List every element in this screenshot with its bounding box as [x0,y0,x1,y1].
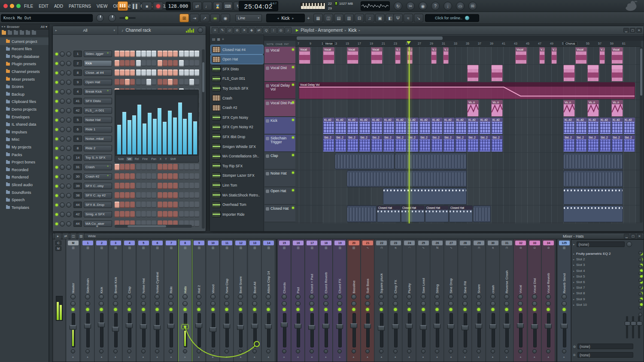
stereo-knob[interactable] [393,294,398,299]
time-display[interactable]: 25:04:02 B:8.7 [239,1,278,11]
mixer-strip-vocal-reverb[interactable]: 34⊘Vocal Reverb▴ [542,239,555,362]
stereo-knob[interactable] [196,294,201,299]
step-cell[interactable] [173,69,178,76]
channel-pan-knob[interactable] [60,118,65,123]
mixer-track-number[interactable]: 10 [208,241,219,245]
velocity-bar[interactable] [128,120,131,154]
slip-tool-icon[interactable]: ◈ [248,27,255,33]
step-cell[interactable] [168,69,173,76]
picker-mode-tab-note[interactable]: NOTE [267,43,273,45]
step-cell[interactable] [120,183,125,189]
stereo-knob[interactable] [99,294,104,299]
step-cell[interactable] [189,164,194,170]
fader-handle[interactable] [503,324,510,329]
clip-sid-2[interactable]: Sid..2 [467,135,479,152]
strip-fader[interactable] [489,313,497,347]
clip-ki-2[interactable]: Ki..#2 [431,118,443,134]
clip-sid-2[interactable]: Sid..2 [599,135,611,152]
channel-button-sfx-c-oisy[interactable]: SFX C..oisy [84,183,112,189]
strip-fader[interactable] [195,313,203,347]
clip-v-l[interactable]: V..l [599,47,605,64]
send-arrow-icon[interactable]: ▴ [198,355,200,359]
strip-fader[interactable] [377,313,385,347]
step-cell[interactable] [179,69,184,76]
chat-icon[interactable]: ✉ [468,2,477,10]
slice-tool-icon[interactable]: ⇄ [255,27,262,33]
channel-number[interactable]: 8 [73,145,82,151]
step-cell[interactable] [125,202,130,208]
channel-mute-led[interactable] [55,72,58,74]
send-arrow-icon[interactable]: ▴ [212,355,214,359]
playlist-track-kick[interactable]: Kick [264,117,295,134]
graph-tab-x[interactable]: X [158,157,163,161]
graph-tab-rel[interactable]: Rel [134,157,140,161]
clip-v-l[interactable]: V..l [443,47,449,64]
playhead[interactable] [409,47,410,223]
velocity-bar[interactable] [117,125,121,154]
channel-pan-knob[interactable] [60,155,65,160]
stereo-knob[interactable] [85,294,90,299]
step-cell[interactable] [158,79,162,85]
fader-handle[interactable] [112,327,119,332]
step-cell[interactable] [163,173,167,180]
step-cell[interactable] [179,202,184,208]
browser-filter-dropdown[interactable]: All ▾ [41,25,47,29]
strip-fader[interactable] [516,313,524,347]
strip-knob[interactable] [252,349,257,353]
channel-button-ride-2[interactable]: Ride 2 [84,145,112,151]
pan-knob[interactable] [462,301,468,306]
mixer-strip-attack-clap-14[interactable]: 14▥Attack Clap 14▴ [262,239,275,362]
picker-item-overhead-tom[interactable]: Overhead Tom [211,200,263,209]
clip-ki-2[interactable]: Ki..#2 [575,118,587,134]
pan-knob[interactable] [224,301,229,306]
clip-vocal[interactable] [467,65,479,81]
strip-mute-led[interactable] [533,308,536,311]
mixer-track-number[interactable]: 18 [321,241,331,245]
online-content-button[interactable]: Click for online.. [425,14,479,22]
mixer-strip-master[interactable]: M▥Master▴ [67,239,80,362]
strip-fader[interactable] [112,313,119,347]
mixer-current-button[interactable]: C [55,241,61,245]
browser-item-sliced-audio[interactable]: Sliced audio [0,181,49,188]
mixer-swap-icon[interactable]: ⇄ [62,233,69,239]
playlist-timeline[interactable]: 7911131517192123252729313335373941434547… [295,41,641,47]
channel-pan-knob[interactable] [60,146,65,151]
picker-item-crash[interactable]: Crash [211,94,263,103]
step-cell[interactable] [168,202,173,208]
step-cell[interactable] [184,51,189,57]
stereo-knob[interactable] [476,294,481,299]
channel-button-ride-1[interactable]: Ride 1 [84,126,112,133]
strip-fader[interactable] [167,313,175,347]
mixer-track-number[interactable]: 15 [279,241,290,245]
fader-handle[interactable] [545,324,552,329]
fader-handle[interactable] [350,323,357,328]
fader-handle[interactable] [140,324,147,329]
velocity-bar[interactable] [122,112,126,154]
scrollbar-thumb[interactable] [202,62,204,92]
stereo-knob[interactable] [323,294,328,299]
send-arrow-icon[interactable]: ▴ [464,355,466,359]
clip-ki-2[interactable]: Ki..#2 [479,118,491,134]
mixer-track-number[interactable]: 34 [543,241,554,245]
send-arrow-icon[interactable]: ▴ [143,355,144,359]
preview-icon[interactable]: ◎ [277,27,284,33]
fader-handle[interactable] [475,324,482,329]
fader-handle[interactable] [223,324,230,329]
stereo-knob[interactable] [490,294,495,299]
strip-mute-led[interactable] [197,308,200,311]
step-cell[interactable] [130,79,135,85]
mixer-track-number[interactable]: 9 [194,241,204,245]
strip-knob[interactable] [169,349,173,353]
fader-handle[interactable] [322,324,329,329]
channel-volume-knob[interactable] [66,51,71,57]
channel-button-smig-e-sfx[interactable]: Smig..e SFX [84,211,112,217]
mixer-strip-break-kick[interactable]: 3▥Break Kick▴ [109,239,122,362]
browser-item-scores[interactable]: Scores [0,83,49,90]
browser-item-envelopes[interactable]: Envelopes [0,113,49,121]
pan-knob[interactable] [210,301,216,306]
channel-pan-knob[interactable] [60,184,65,189]
pan-knob[interactable] [518,301,523,306]
save-icon[interactable]: ↓ [444,2,452,10]
graph-tab-vel[interactable]: Vel [126,157,133,161]
stereo-knob[interactable] [434,294,440,299]
